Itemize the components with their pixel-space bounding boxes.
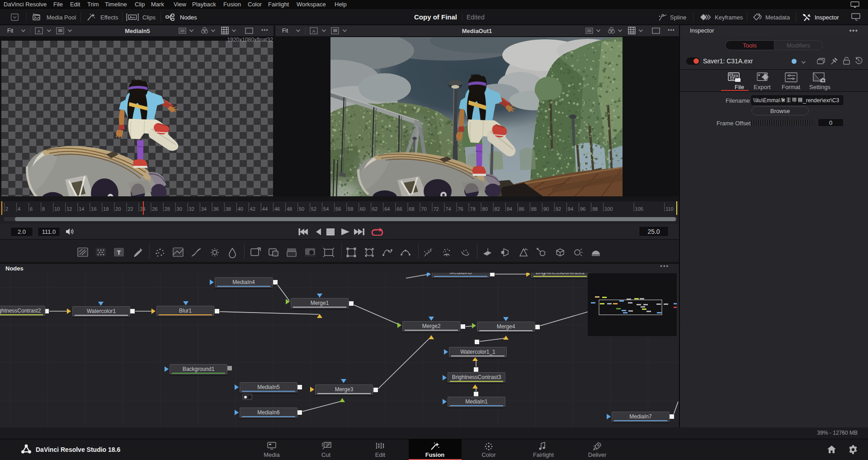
svg-text:8: 8 xyxy=(42,206,45,212)
svg-text:A: A xyxy=(312,29,315,33)
svg-text:90: 90 xyxy=(543,206,549,212)
svg-text:76: 76 xyxy=(458,206,463,212)
svg-text:38: 38 xyxy=(226,206,231,212)
svg-text:26: 26 xyxy=(152,206,157,212)
svg-text:18: 18 xyxy=(103,206,108,212)
svg-text:28: 28 xyxy=(165,206,170,212)
svg-text:6: 6 xyxy=(30,206,33,212)
svg-text:16: 16 xyxy=(91,206,96,212)
svg-text:44: 44 xyxy=(262,206,268,212)
svg-text:56: 56 xyxy=(335,206,341,212)
svg-text:50: 50 xyxy=(299,206,304,212)
svg-text:14: 14 xyxy=(79,206,84,212)
svg-text:100: 100 xyxy=(604,206,613,212)
svg-text:82: 82 xyxy=(495,206,500,212)
svg-text:40: 40 xyxy=(238,206,243,212)
svg-text:88: 88 xyxy=(531,206,537,212)
svg-text:110: 110 xyxy=(665,206,674,212)
svg-text:94: 94 xyxy=(568,206,573,212)
svg-text:52: 52 xyxy=(311,206,316,212)
svg-text:12: 12 xyxy=(66,206,72,212)
svg-text:96: 96 xyxy=(580,206,585,212)
svg-text:64: 64 xyxy=(384,206,390,212)
svg-text:36: 36 xyxy=(213,206,219,212)
svg-text:10: 10 xyxy=(54,206,60,212)
svg-text:20: 20 xyxy=(115,206,121,212)
svg-text:2: 2 xyxy=(5,206,8,212)
svg-text:86: 86 xyxy=(519,206,524,212)
svg-text:92: 92 xyxy=(556,206,561,212)
svg-text:84: 84 xyxy=(507,206,512,212)
svg-text:32: 32 xyxy=(189,206,194,212)
svg-text:42: 42 xyxy=(250,206,255,212)
svg-text:70: 70 xyxy=(421,206,426,212)
svg-text:80: 80 xyxy=(482,206,488,212)
svg-text:62: 62 xyxy=(372,206,377,212)
svg-text:34: 34 xyxy=(201,206,207,212)
svg-text:58: 58 xyxy=(348,206,353,212)
svg-text:22: 22 xyxy=(127,206,133,212)
svg-text:74: 74 xyxy=(445,206,451,212)
svg-text:78: 78 xyxy=(470,206,476,212)
svg-text:66: 66 xyxy=(396,206,402,212)
svg-text:48: 48 xyxy=(287,206,292,212)
svg-text:72: 72 xyxy=(433,206,439,212)
svg-text:105: 105 xyxy=(635,206,643,212)
svg-text:68: 68 xyxy=(409,206,414,212)
svg-text:98: 98 xyxy=(592,206,598,212)
svg-text:T: T xyxy=(117,249,121,256)
svg-text:A: A xyxy=(38,29,40,33)
svg-text:46: 46 xyxy=(274,206,280,212)
svg-text:4: 4 xyxy=(18,206,20,212)
svg-text:54: 54 xyxy=(323,206,329,212)
svg-text:60: 60 xyxy=(360,206,365,212)
svg-text:30: 30 xyxy=(177,206,182,212)
